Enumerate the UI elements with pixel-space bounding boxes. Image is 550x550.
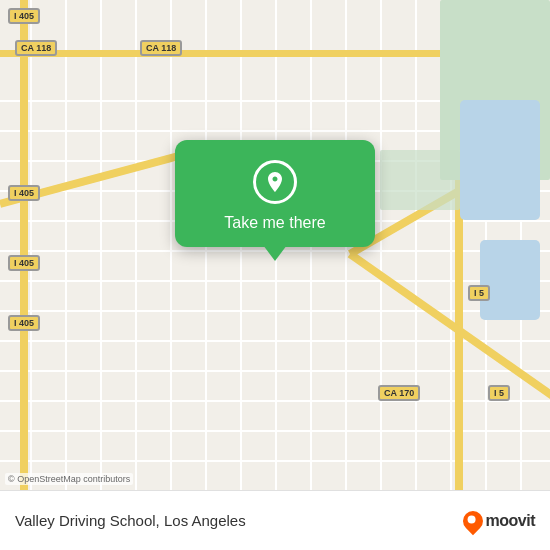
shield-i5-1: I 5 — [468, 285, 490, 301]
shield-i405-2: I 405 — [8, 255, 40, 271]
location-pin-icon — [253, 160, 297, 204]
shield-i405-top: I 405 — [8, 8, 40, 24]
shield-ca170: CA 170 — [378, 385, 420, 401]
popup-button-label[interactable]: Take me there — [224, 214, 325, 232]
bottom-bar: Valley Driving School, Los Angeles moovi… — [0, 490, 550, 550]
map-container: I 405 CA 118 CA 118 I 405 I 405 I 405 I … — [0, 0, 550, 490]
shield-i5-2: I 5 — [488, 385, 510, 401]
shield-ca118-left: CA 118 — [15, 40, 57, 56]
moovit-dot-icon — [458, 506, 486, 534]
shield-ca118-mid: CA 118 — [140, 40, 182, 56]
location-name: Valley Driving School, Los Angeles — [15, 512, 463, 529]
map-attribution: © OpenStreetMap contributors — [5, 473, 133, 485]
moovit-text: moovit — [486, 512, 535, 530]
shield-i405-1: I 405 — [8, 185, 40, 201]
moovit-logo: moovit — [463, 511, 535, 531]
take-me-there-popup[interactable]: Take me there — [175, 140, 375, 247]
shield-i405-3: I 405 — [8, 315, 40, 331]
